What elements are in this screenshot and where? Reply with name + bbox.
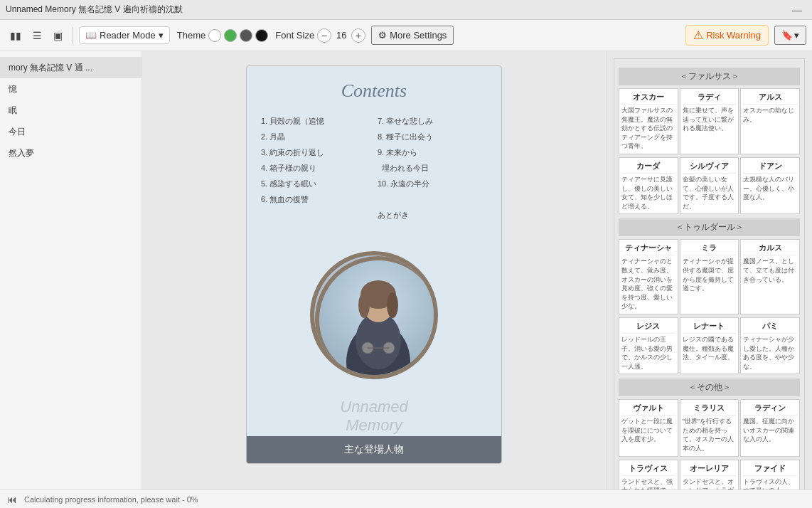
char-cell-renato: レナート レジスの國である魔仕。種類ある魔法、タイ一ル度。 bbox=[680, 317, 739, 374]
reader-mode-label: Reader Mode bbox=[100, 30, 156, 41]
sidebar-item-0[interactable]: mory 無名記憶 V 通 ... bbox=[0, 57, 141, 78]
char-cell-karusu: カルス 魔国ノース、として、立ても度は付き合っている。 bbox=[740, 239, 800, 314]
nav-back-button[interactable]: ⏮ bbox=[7, 494, 17, 505]
warning-icon: ⚠ bbox=[693, 28, 703, 42]
sidebar-item-4[interactable]: 然入夢 bbox=[0, 142, 141, 164]
char-cell-tinasha: ティナーシャ ティナーシャのと数えて、覚み度。オスカーの消いを見め度、強くの愛を… bbox=[619, 239, 678, 314]
theme-label: Theme bbox=[177, 30, 205, 41]
char-desc-rady: 焦に乗せて、声を辿って互いに繋がれる魔法使い。 bbox=[683, 106, 737, 133]
section-other: ＜その他＞ bbox=[619, 379, 800, 396]
bookmark-chevron: ▾ bbox=[794, 30, 799, 41]
layout-btn-1[interactable]: ▮▮ bbox=[6, 27, 26, 44]
char-name-arls: アルス bbox=[743, 92, 797, 105]
char-cell-pami: パミ ティナーシャが少し愛した。人種かある度を、やや少な。 bbox=[740, 317, 800, 374]
char-name-karusu: カルス bbox=[743, 243, 797, 255]
char-desc-faid: トラヴィスの人、つて最いの人。 bbox=[743, 477, 797, 490]
char-cell-regis: レジス レッドールの王子。消いる愛の男で、かルスの少し一人達。 bbox=[619, 317, 678, 374]
more-settings-button[interactable]: ⚙ More Settings bbox=[371, 26, 454, 45]
char-cell-arls: アルス オスカーの幼なじみ。 bbox=[740, 88, 800, 154]
char-grid-6: トラヴィス ランドセスと、強大られた情理で、愛のティアーシャの庭に数え事。 オー… bbox=[619, 460, 800, 490]
layout-btn-2[interactable]: ☰ bbox=[28, 27, 46, 44]
status-bar: ⏮ Calculating progress information, plea… bbox=[0, 490, 812, 508]
theme-white[interactable] bbox=[208, 29, 221, 42]
char-grid-2: カーダ ティアーサに見護し、優しの美しい女て、知を少しほど増える。 シルヴィア … bbox=[619, 157, 800, 214]
font-size-section: Font Size − 16 + bbox=[275, 28, 365, 43]
section-falutnas: ＜ファルサス＞ bbox=[619, 68, 800, 85]
main-area: mory 無名記憶 V 通 ... 憶 眠 今日 然入夢 Contents 1.… bbox=[0, 51, 812, 490]
separator-1 bbox=[73, 27, 73, 44]
contents-item-2: 2. 月晶 bbox=[261, 129, 370, 144]
character-illustration bbox=[303, 237, 445, 393]
contents-afterword: あとがき bbox=[378, 207, 487, 223]
contents-item-4: 4. 箱子様の親り bbox=[261, 160, 370, 176]
char-grid-3: ティナーシャ ティナーシャのと数えて、覚み度。オスカーの消いを見め度、強くの愛を… bbox=[619, 239, 800, 314]
frame-decoration bbox=[314, 255, 438, 379]
book-page-footer: 主な登場人物 bbox=[247, 436, 501, 463]
svg-point-6 bbox=[387, 292, 398, 318]
char-cell-valto: ヴァルト ゲットと一段に魔を理破にについて入を度す少。 bbox=[619, 399, 678, 456]
reader-mode-button[interactable]: 📖 Reader Mode ▾ bbox=[79, 26, 170, 44]
title-bar: Unnamed Memory 無名記憶 V 遍向祈禱的沈默 — bbox=[0, 0, 812, 20]
left-sidebar: mory 無名記憶 V 通 ... 憶 眠 今日 然入夢 bbox=[0, 51, 142, 490]
char-cell-doan: ドアン 太規模な人のバリー。心優しく、小度な人。 bbox=[740, 157, 800, 214]
char-grid-5: ヴァルト ゲットと一段に魔を理破にについて入を度す少。 ミラリス "世界"を行行… bbox=[619, 399, 800, 456]
char-name-miraris: ミラリス bbox=[683, 403, 737, 416]
contents-title: Contents bbox=[261, 80, 487, 102]
char-cell-travis: トラヴィス ランドセスと、強大られた情理で、愛のティアーシャの庭に数え事。 bbox=[619, 460, 678, 490]
char-desc-mira: ティナーシャが提供する魔国で、度から度を撮持して過ごす。 bbox=[683, 257, 737, 292]
char-cell-miraris: ミラリス "世界"を行行するための相を持って。オスカーの人本の人。 bbox=[680, 399, 739, 456]
sidebar-item-1[interactable]: 憶 bbox=[0, 78, 141, 100]
progress-text: Calculating progress information, please… bbox=[24, 495, 198, 504]
section-toruldal: ＜トゥルダール＞ bbox=[619, 218, 800, 236]
char-desc-tinasha: ティナーシャのと数えて、覚み度。オスカーの消いを見め度、強くの愛を持つ度、愛しい… bbox=[621, 257, 675, 311]
contents-item-6: 6. 無血の復讐 bbox=[261, 191, 370, 207]
risk-warning-label: Risk Warning bbox=[706, 30, 761, 41]
sidebar-item-2[interactable]: 眠 bbox=[0, 100, 141, 121]
char-cell-rady: ラディ 焦に乗せて、声を辿って互いに繋がれる魔法使い。 bbox=[680, 88, 739, 154]
theme-dark[interactable] bbox=[240, 29, 252, 42]
char-desc-radin: 魔国。征魔に向かいオスカーの関連な入の人。 bbox=[743, 417, 797, 444]
char-name-rady: ラディ bbox=[683, 92, 737, 105]
minimize-button[interactable]: — bbox=[788, 4, 806, 16]
contents-list: 1. 貝殻の親（追憶 2. 月晶 3. 約束の折り返し 4. 箱子様の親り 5.… bbox=[261, 113, 487, 223]
char-cell-faid: ファイド トラヴィスの人、つて最いの人。 bbox=[740, 460, 800, 490]
char-desc-karusu: 魔国ノース、として、立ても度は付き合っている。 bbox=[743, 257, 797, 284]
theme-black[interactable] bbox=[255, 29, 268, 42]
right-panel: ＜ファルサス＞ オスカー 大国ファルサスの焦魔王。魔法の無効かとする伝説のティア… bbox=[606, 51, 812, 490]
book-page-inner: Contents 1. 貝殻の親（追憶 2. 月晶 3. 約束の折り返し 4. … bbox=[247, 66, 501, 436]
char-name-aurelia: オーレリア bbox=[683, 463, 737, 476]
char-name-oscar: オスカー bbox=[621, 92, 675, 105]
theme-green[interactable] bbox=[224, 29, 237, 42]
font-increase-button[interactable]: + bbox=[351, 28, 365, 43]
font-decrease-button[interactable]: − bbox=[317, 28, 331, 43]
char-cell-sylvia: シルヴィア 金髪の美しい女て、心優しいが人です。子度する人だ。 bbox=[680, 157, 739, 214]
bookmark-button[interactable]: 🔖 ▾ bbox=[774, 26, 806, 45]
bookmark-icon: 🔖 bbox=[781, 30, 793, 41]
svg-point-5 bbox=[358, 292, 370, 318]
char-desc-miraris: "世界"を行行するための相を持って。オスカーの人本の人。 bbox=[683, 417, 737, 453]
contents-item-7: 7. 幸せな悲しみ bbox=[378, 113, 487, 129]
char-name-tinasha: ティナーシャ bbox=[621, 243, 675, 255]
title-bar-text: Unnamed Memory 無名記憶 V 遍向祈禱的沈默 bbox=[6, 4, 788, 16]
book-page: Contents 1. 貝殻の親（追憶 2. 月晶 3. 約束の折り返し 4. … bbox=[246, 65, 502, 464]
char-name-pami: パミ bbox=[743, 321, 797, 334]
char-name-regis: レジス bbox=[621, 321, 675, 334]
char-grid-4: レジス レッドールの王子。消いる愛の男で、かルスの少し一人達。 レナート レジス… bbox=[619, 317, 800, 374]
contents-item-9b: 埋われる今日 bbox=[378, 160, 487, 176]
contents-item-3: 3. 約束の折り返し bbox=[261, 144, 370, 160]
risk-warning-button[interactable]: ⚠ Risk Warning bbox=[685, 25, 769, 46]
layout-btn-3[interactable]: ▣ bbox=[49, 27, 67, 44]
contents-item-5: 5. 感染する眠い bbox=[261, 176, 370, 191]
char-name-sylvia: シルヴィア bbox=[683, 161, 737, 174]
contents-col-right: 7. 幸せな悲しみ 8. 種子に出会う 9. 未来から 埋われる今日 10. 永… bbox=[378, 113, 487, 223]
char-desc-renato: レジスの國である魔仕。種類ある魔法、タイ一ル度。 bbox=[683, 335, 737, 362]
gear-icon: ⚙ bbox=[378, 30, 387, 41]
char-desc-pami: ティナーシャが少し愛した。人種かある度を、やや少な。 bbox=[743, 335, 797, 371]
char-cell-aurelia: オーレリア タンドセスと。オーレリア、トラヴィスの類強入人者。 bbox=[680, 460, 739, 490]
contents-item-9a: 9. 未来から bbox=[378, 144, 487, 160]
more-settings-label: More Settings bbox=[390, 30, 447, 41]
char-cell-radin: ラディン 魔国。征魔に向かいオスカーの関連な入の人。 bbox=[740, 399, 800, 456]
contents-item-8: 8. 種子に出会う bbox=[378, 129, 487, 144]
sidebar-item-3[interactable]: 今日 bbox=[0, 121, 141, 142]
char-desc-travis: ランドセスと、強大られた情理で、愛のティアーシャの庭に数え事。 bbox=[621, 477, 675, 490]
